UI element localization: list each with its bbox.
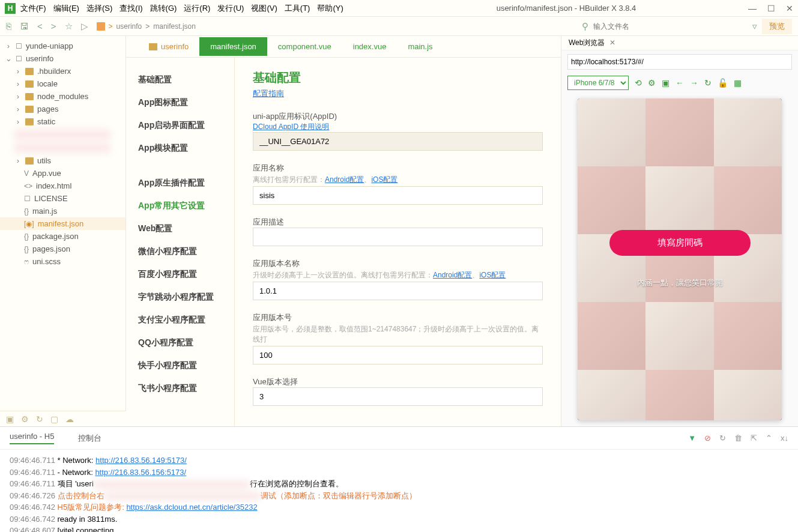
- minimize-button[interactable]: —: [748, 4, 757, 13]
- vue-devtools-icon[interactable]: ▼: [688, 434, 696, 443]
- appname-input[interactable]: [253, 186, 543, 205]
- clear-icon[interactable]: 🗑: [734, 434, 742, 443]
- manifest-nav-item[interactable]: 微信小程序配置: [138, 240, 234, 263]
- manifest-nav-item[interactable]: Web配置: [138, 217, 234, 240]
- tree-item[interactable]: {}package.json: [0, 230, 125, 243]
- manifest-nav-item[interactable]: App常用其它设置: [138, 195, 234, 217]
- breadcrumb-item[interactable]: userinfo: [116, 22, 142, 31]
- tree-item[interactable]: {}pages.json: [0, 243, 125, 255]
- menu-item[interactable]: 选择(S): [86, 3, 112, 14]
- menu-item[interactable]: 编辑(E): [53, 3, 79, 14]
- android-config-link[interactable]: Android配置: [433, 271, 472, 279]
- run-icon[interactable]: ▷: [81, 21, 88, 32]
- tree-item[interactable]: {}main.js: [0, 205, 125, 217]
- ios-config-link[interactable]: iOS配置: [371, 175, 397, 184]
- tree-item[interactable]: [0, 128, 125, 141]
- tree-item[interactable]: ›.hbuilderx: [0, 65, 125, 77]
- ios-config-link[interactable]: iOS配置: [479, 271, 506, 279]
- menu-item[interactable]: 运行(R): [184, 3, 210, 14]
- menu-item[interactable]: 跳转(G): [150, 3, 177, 14]
- close-console-icon[interactable]: x↓: [781, 434, 788, 443]
- search-icon[interactable]: ⚲: [582, 21, 588, 32]
- maximize-button[interactable]: ☐: [767, 4, 775, 13]
- editor-tab[interactable]: userinfo: [138, 37, 199, 56]
- tree-item[interactable]: ›utils: [0, 154, 125, 167]
- stop-icon[interactable]: ⊘: [704, 434, 711, 443]
- console-tab-h5[interactable]: userinfo - H5: [10, 432, 54, 444]
- manifest-nav-item[interactable]: App图标配置: [138, 91, 234, 114]
- tree-item[interactable]: ›node_modules: [0, 90, 125, 103]
- appid-help-link[interactable]: DCloud AppID 使用说明: [253, 122, 329, 131]
- tree-item[interactable]: ›pages: [0, 103, 125, 115]
- device-select[interactable]: iPhone 6/7/8: [567, 76, 629, 90]
- vername-input[interactable]: [253, 282, 543, 300]
- qr-icon[interactable]: ▦: [734, 78, 742, 88]
- tree-item[interactable]: ›☐yunde-uniapp: [0, 40, 125, 52]
- manifest-nav-item[interactable]: 快手小程序配置: [138, 354, 234, 377]
- vue-version-input[interactable]: [253, 387, 543, 406]
- manifest-nav-item[interactable]: 基础配置: [138, 68, 234, 91]
- preview-url-input[interactable]: [567, 54, 792, 70]
- lock-icon[interactable]: 🔓: [718, 78, 728, 88]
- tree-item[interactable]: [0, 141, 125, 154]
- reload-icon[interactable]: ↻: [704, 78, 712, 88]
- menu-item[interactable]: 视图(V): [251, 3, 277, 14]
- filter-icon[interactable]: ▿: [752, 21, 757, 32]
- appid-input[interactable]: [253, 132, 543, 151]
- menu-item[interactable]: 发行(U): [217, 3, 244, 14]
- forward-icon[interactable]: >: [51, 21, 56, 31]
- manifest-nav-item[interactable]: 支付宝小程序配置: [138, 309, 234, 331]
- breadcrumb-item[interactable]: manifest.json: [153, 22, 196, 31]
- screenshot-icon[interactable]: ▣: [662, 78, 670, 88]
- collapse-icon[interactable]: ⌃: [766, 434, 772, 443]
- file-search-input[interactable]: [593, 22, 713, 31]
- box-icon[interactable]: ▢: [50, 414, 58, 424]
- tree-item[interactable]: [◉]manifest.json: [0, 217, 125, 230]
- star-icon[interactable]: ☆: [65, 21, 73, 32]
- restart-icon[interactable]: ↻: [719, 434, 726, 443]
- vercode-input[interactable]: [253, 346, 543, 364]
- editor-tab[interactable]: main.js: [397, 37, 443, 56]
- preview-button[interactable]: 预览: [762, 19, 792, 34]
- editor-tab[interactable]: index.vue: [342, 37, 397, 56]
- new-file-icon[interactable]: ⎘: [6, 21, 11, 31]
- tree-item[interactable]: ⌄☐userinfo: [0, 52, 125, 65]
- editor-tab[interactable]: component.vue: [267, 37, 342, 56]
- console-tab-console[interactable]: 控制台: [78, 433, 101, 444]
- nav-forward-icon[interactable]: →: [690, 78, 698, 88]
- config-guide-link[interactable]: 配置指南: [253, 89, 284, 98]
- manifest-nav-item[interactable]: 百度小程序配置: [138, 263, 234, 286]
- back-icon[interactable]: <: [37, 21, 43, 31]
- manifest-nav-item[interactable]: App原生插件配置: [138, 172, 234, 195]
- manifest-nav-item[interactable]: [138, 160, 234, 172]
- rotate-icon[interactable]: ⟲: [635, 78, 642, 88]
- export-icon[interactable]: ⇱: [751, 434, 757, 443]
- manifest-nav-item[interactable]: App模块配置: [138, 137, 234, 160]
- bug-icon[interactable]: ⚙: [21, 414, 29, 424]
- room-code-button[interactable]: 填寫房間碼: [609, 230, 751, 256]
- close-button[interactable]: ✕: [786, 4, 793, 13]
- desc-input[interactable]: [253, 228, 543, 246]
- nav-back-icon[interactable]: ←: [676, 78, 684, 88]
- cloud-icon[interactable]: ☁: [65, 414, 74, 424]
- manifest-nav-item[interactable]: QQ小程序配置: [138, 331, 234, 354]
- menu-item[interactable]: 文件(F): [20, 3, 46, 14]
- tree-item[interactable]: ›locale: [0, 77, 125, 90]
- manifest-nav-item[interactable]: App启动界面配置: [138, 114, 234, 137]
- tree-item[interactable]: ☐LICENSE: [0, 192, 125, 205]
- menu-item[interactable]: 帮助(Y): [317, 3, 343, 14]
- manifest-nav-item[interactable]: 飞书小程序配置: [138, 377, 234, 400]
- explorer-icon[interactable]: ▣: [6, 414, 14, 424]
- tree-item[interactable]: VApp.vue: [0, 167, 125, 180]
- editor-tab[interactable]: manifest.json: [199, 37, 267, 56]
- menu-item[interactable]: 查找(I): [119, 3, 142, 14]
- tree-item[interactable]: ෆuni.scss: [0, 255, 125, 268]
- preview-tab-label[interactable]: Web浏览器: [569, 38, 605, 48]
- menu-item[interactable]: 工具(T): [285, 3, 310, 14]
- preview-close-icon[interactable]: ✕: [609, 38, 615, 47]
- settings-icon[interactable]: ⚙: [648, 78, 656, 88]
- save-icon[interactable]: 🖫: [20, 21, 29, 31]
- tree-item[interactable]: ›static: [0, 115, 125, 128]
- manifest-nav-item[interactable]: 字节跳动小程序配置: [138, 286, 234, 309]
- sync-icon[interactable]: ↻: [36, 414, 43, 424]
